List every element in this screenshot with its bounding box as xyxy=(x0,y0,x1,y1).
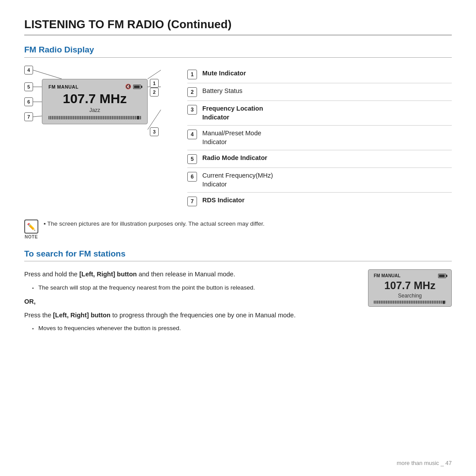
para2-after: to progress through the frequencies one … xyxy=(111,312,296,319)
indicators-table: 1 Mute Indicator 2 Battery Status 3 Freq… xyxy=(187,66,452,210)
note-icon: ✏️ xyxy=(24,219,38,234)
indicator-num-4: 4 xyxy=(187,130,197,139)
fm-display-area: 4 5 6 7 xyxy=(24,66,452,210)
indicator-num-2: 2 xyxy=(187,87,197,97)
battery-icon xyxy=(133,85,141,89)
num-label-6: 6 xyxy=(24,97,33,106)
note-box: ✏️ NOTE ▪ The screen pictures are for il… xyxy=(24,219,452,239)
indicator-label-4: Manual/Preset ModeIndicator xyxy=(202,129,261,146)
num-label-7: 7 xyxy=(24,112,33,121)
indicator-num-5: 5 xyxy=(187,154,197,164)
small-device-mockup: FM MANUAL 107.7 MHz Searching xyxy=(368,269,452,307)
section2-divider xyxy=(24,261,452,261)
svg-line-6 xyxy=(148,110,161,130)
footer-text: more than music _ 47 xyxy=(397,460,452,466)
indicator-row-3: 3 Frequency LocationIndicator xyxy=(187,101,452,126)
bullet1: The search will stop at the frequency ne… xyxy=(32,283,355,292)
indicator-row-6: 6 Current Frequency(MHz)Indicator xyxy=(187,168,452,193)
para2-bold: [Left, Right] button xyxy=(53,312,110,319)
num-label-right-3: 3 xyxy=(150,127,159,136)
search-content: Press and hold the [Left, Right] button … xyxy=(24,269,452,337)
indicator-num-1: 1 xyxy=(187,70,197,79)
search-section: To search for FM stations Press and hold… xyxy=(24,249,452,337)
search-bullets1: The search will stop at the frequency ne… xyxy=(32,283,355,292)
indicator-row-2: 2 Battery Status xyxy=(187,83,452,101)
indicator-label-5: Radio Mode Indicator xyxy=(202,154,267,163)
indicator-row-1: 1 Mute Indicator xyxy=(187,66,452,83)
right-device-col: FM MANUAL 107.7 MHz Searching xyxy=(368,269,452,307)
note-label: NOTE xyxy=(25,234,38,239)
search-text: Press and hold the [Left, Right] button … xyxy=(24,269,355,337)
note-icon-wrap: ✏️ NOTE xyxy=(24,219,38,239)
or-label: OR, xyxy=(24,297,355,307)
device-mockup-container: 4 5 6 7 xyxy=(24,66,174,210)
para1-bold: [Left, Right] button xyxy=(79,271,137,278)
page-title: LISTENING TO FM RADIO (Continued) xyxy=(24,18,452,31)
device-top-row: FM MANUAL 🔇 xyxy=(48,84,141,89)
fm-mode-label: FM MANUAL xyxy=(48,84,78,89)
indicator-label-3: Frequency LocationIndicator xyxy=(202,104,263,122)
section1-heading: FM Radio Display xyxy=(24,45,452,55)
mute-icon: 🔇 xyxy=(125,84,131,89)
small-status: Searching xyxy=(374,293,446,299)
indicator-label-6: Current Frequency(MHz)Indicator xyxy=(202,171,273,189)
indicator-num-3: 3 xyxy=(187,105,197,115)
page-content: LISTENING TO FM RADIO (Continued) FM Rad… xyxy=(0,0,476,350)
indicator-label-2: Battery Status xyxy=(202,87,242,96)
small-freq-bar xyxy=(374,301,446,304)
device-screen: FM MANUAL 🔇 107.7 MHz Jazz xyxy=(42,79,148,124)
search-bullets2: Moves to frequencies whenever the button… xyxy=(32,324,355,333)
para2-before: Press the xyxy=(24,312,53,319)
num-label-5: 5 xyxy=(24,82,33,91)
indicator-label-1: Mute Indicator xyxy=(202,69,246,78)
indicator-row-7: 7 RDS Indicator xyxy=(187,193,452,210)
frequency-bar xyxy=(48,116,141,119)
title-divider xyxy=(24,35,452,35)
note-text: ▪ The screen pictures are for illustrati… xyxy=(44,219,264,228)
bullet2: Moves to frequencies whenever the button… xyxy=(32,324,355,333)
section2-heading: To search for FM stations xyxy=(24,249,452,259)
num-label-right-1: 1 xyxy=(150,79,159,88)
search-para1: Press and hold the [Left, Right] button … xyxy=(24,269,355,279)
indicator-num-6: 6 xyxy=(187,172,197,182)
para1-after: and then release in Manual mode. xyxy=(137,271,235,278)
note-content: The screen pictures are for illustration… xyxy=(47,220,264,227)
search-para2: Press the [Left, Right] button to progre… xyxy=(24,310,355,320)
small-frequency: 107.7 MHz xyxy=(374,279,446,292)
small-top-row: FM MANUAL xyxy=(374,273,446,278)
indicator-num-7: 7 xyxy=(187,197,197,206)
num-label-right-2: 2 xyxy=(150,88,159,97)
svg-line-0 xyxy=(33,70,62,79)
indicator-row-4: 4 Manual/Preset ModeIndicator xyxy=(187,126,452,150)
indicator-label-7: RDS Indicator xyxy=(202,196,245,205)
num-label-4: 4 xyxy=(24,66,33,74)
rds-text: Jazz xyxy=(48,107,141,113)
device-icons: 🔇 xyxy=(125,84,141,89)
indicator-row-5: 5 Radio Mode Indicator xyxy=(187,150,452,168)
section1-divider xyxy=(24,57,452,58)
para1-before: Press and hold the xyxy=(24,271,79,278)
frequency-display: 107.7 MHz xyxy=(48,91,141,106)
svg-line-4 xyxy=(148,70,161,79)
small-fm-label: FM MANUAL xyxy=(374,273,401,278)
small-battery-icon xyxy=(438,274,446,278)
